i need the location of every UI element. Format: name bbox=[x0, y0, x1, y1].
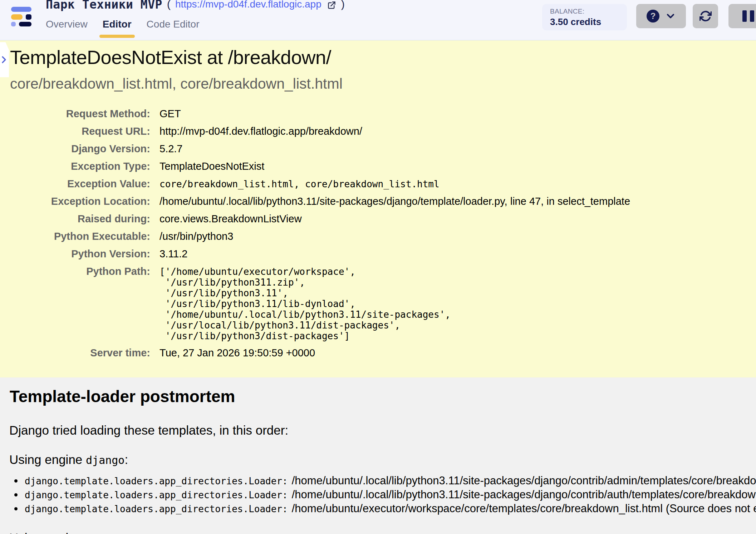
loader-item: django.template.loaders.app_directories.… bbox=[14, 502, 756, 516]
engine-name: django bbox=[86, 454, 124, 466]
paren-open: ( bbox=[167, 0, 171, 10]
refresh-button[interactable] bbox=[693, 4, 718, 28]
postmortem-intro: Django tried loading these templates, in… bbox=[9, 423, 756, 437]
active-tab-underline bbox=[99, 35, 135, 38]
meta-value: TemplateDoesNotExist bbox=[159, 158, 756, 175]
logo-block bbox=[19, 22, 31, 26]
meta-label: Request Method: bbox=[0, 105, 150, 123]
editor-tabs: Overview Editor Code Editor bbox=[46, 19, 345, 30]
pause-icon bbox=[742, 10, 747, 22]
pause-icon bbox=[750, 10, 754, 22]
meta-label: Raised during: bbox=[0, 210, 150, 228]
tab-code-editor[interactable]: Code Editor bbox=[147, 19, 200, 30]
engine-line: Using engine django: bbox=[9, 453, 756, 467]
balance-badge: BALANCE: 3.50 credits bbox=[542, 4, 627, 30]
tab-editor-label: Editor bbox=[103, 19, 132, 30]
loader-class: django.template.loaders.app_directories.… bbox=[25, 489, 288, 502]
panel-toggle[interactable] bbox=[0, 42, 9, 77]
app-header: Парк Техники MVP ( https://mvp-d04f.dev.… bbox=[0, 0, 756, 40]
external-link-icon[interactable] bbox=[327, 0, 337, 10]
error-subtitle: core/breakdown_list.html, core/breakdown… bbox=[10, 75, 756, 92]
pause-button[interactable] bbox=[728, 4, 756, 28]
engine-suffix: : bbox=[124, 531, 128, 534]
engine-suffix: : bbox=[124, 453, 128, 466]
meta-value: 5.2.7 bbox=[159, 140, 756, 158]
meta-value: 3.11.2 bbox=[159, 245, 756, 263]
template-loader-postmortem: Template-loader postmortem Django tried … bbox=[0, 377, 756, 534]
loader-class: django.template.loaders.app_directories.… bbox=[25, 475, 288, 488]
meta-label: Server time: bbox=[0, 344, 150, 362]
tab-overview[interactable]: Overview bbox=[46, 19, 88, 30]
header-actions: BALANCE: 3.50 credits ? bbox=[542, 4, 756, 30]
balance-label: BALANCE: bbox=[550, 8, 627, 15]
panel-expand-chevron-icon bbox=[1, 55, 7, 64]
postmortem-title: Template-loader postmortem bbox=[10, 387, 756, 406]
loader-class: django.template.loaders.app_directories.… bbox=[25, 503, 288, 516]
loader-item: django.template.loaders.app_directories.… bbox=[14, 474, 756, 488]
logo-block bbox=[26, 14, 31, 20]
meta-label: Python Path: bbox=[0, 263, 150, 280]
bullet-icon bbox=[14, 493, 18, 496]
engine-prefix: Using engine bbox=[9, 453, 86, 466]
chevron-down-icon bbox=[666, 11, 676, 21]
meta-value: core/breakdown_list.html, core/breakdown… bbox=[159, 175, 756, 192]
meta-label: Django Version: bbox=[0, 140, 150, 158]
error-title: TemplateDoesNotExist at /breakdown/ bbox=[10, 46, 756, 68]
error-meta-table: Request Method: GET Request URL: http://… bbox=[0, 105, 756, 362]
help-icon: ? bbox=[647, 10, 659, 23]
bullet-icon bbox=[14, 507, 18, 510]
engine-line: Using engine django: bbox=[9, 531, 756, 534]
loader-item: django.template.loaders.app_directories.… bbox=[14, 488, 756, 502]
meta-value: /home/ubuntu/.local/lib/python3.11/site-… bbox=[159, 193, 756, 210]
paren-close: ) bbox=[341, 0, 345, 10]
error-summary: TemplateDoesNotExist at /breakdown/ core… bbox=[0, 40, 756, 377]
preview-pane: TemplateDoesNotExist at /breakdown/ core… bbox=[0, 40, 756, 534]
python-path-value: ['/home/ubuntu/executor/workspace', '/us… bbox=[159, 263, 756, 344]
meta-value: /usr/bin/python3 bbox=[159, 228, 756, 245]
app-url-link[interactable]: https://mvp-d04f.dev.flatlogic.app bbox=[175, 0, 321, 10]
loader-path: /home/ubuntu/.local/lib/python3.11/site-… bbox=[292, 488, 756, 501]
engine-name: django bbox=[86, 532, 124, 534]
flatlogic-logo-icon[interactable] bbox=[11, 7, 32, 26]
header-title-block: Парк Техники MVP ( https://mvp-d04f.dev.… bbox=[46, 0, 345, 30]
meta-label: Exception Value: bbox=[0, 175, 150, 193]
meta-value: Tue, 27 Jan 2026 19:50:59 +0000 bbox=[159, 344, 756, 362]
balance-value: 3.50 credits bbox=[550, 16, 627, 28]
meta-value: core.views.BreakdownListView bbox=[159, 210, 756, 228]
logo-block bbox=[11, 7, 31, 12]
help-menu-button[interactable]: ? bbox=[636, 4, 686, 28]
meta-value: GET bbox=[159, 105, 756, 123]
meta-value: http://mvp-d04f.dev.flatlogic.app/breakd… bbox=[159, 123, 756, 140]
tab-editor[interactable]: Editor bbox=[103, 19, 132, 30]
meta-label: Exception Location: bbox=[0, 193, 150, 210]
loader-path: /home/ubuntu/executor/workspace/core/tem… bbox=[292, 502, 756, 515]
meta-label: Request URL: bbox=[0, 123, 150, 140]
meta-label: Python Version: bbox=[0, 245, 150, 263]
meta-label: Python Executable: bbox=[0, 228, 150, 245]
refresh-icon bbox=[699, 10, 712, 22]
project-title: Парк Техники MVP bbox=[46, 0, 162, 11]
logo-block bbox=[11, 22, 16, 26]
meta-label: Exception Type: bbox=[0, 158, 150, 175]
logo-block bbox=[11, 14, 23, 20]
bullet-icon bbox=[14, 479, 18, 483]
loader-path: /home/ubuntu/.local/lib/python3.11/site-… bbox=[292, 474, 756, 487]
loader-list: django.template.loaders.app_directories.… bbox=[0, 474, 756, 516]
engine-prefix: Using engine bbox=[9, 531, 86, 534]
